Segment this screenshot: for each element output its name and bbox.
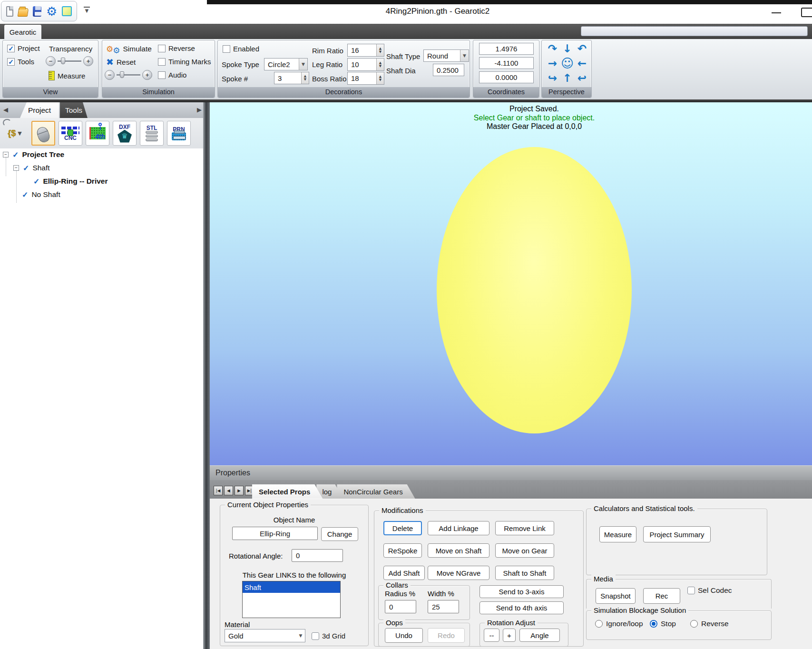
shaft-dia-field[interactable]: 0.2500: [433, 64, 464, 76]
rec-button[interactable]: Rec: [643, 588, 680, 604]
slider-thumb[interactable]: [120, 71, 124, 78]
tab-selected-props[interactable]: Selected Props: [252, 484, 323, 499]
measure-tool-button[interactable]: Measure: [599, 526, 636, 542]
spin-down-icon[interactable]: ▼: [379, 65, 382, 68]
tree-collapse-icon[interactable]: −: [3, 152, 9, 157]
qat-customize-caret-icon[interactable]: ▼: [84, 7, 90, 14]
prn-print-button[interactable]: PRN: [167, 121, 191, 146]
sel-codec-checkbox[interactable]: Sel Codec: [687, 586, 732, 595]
slider-minus-icon[interactable]: −: [46, 56, 56, 66]
radius-percent-field[interactable]: 0: [385, 600, 416, 613]
minimize-button[interactable]: [772, 12, 781, 13]
remove-link-button[interactable]: Remove Link: [495, 521, 554, 535]
measure-button[interactable]: Measure: [49, 71, 85, 80]
stl-export-button[interactable]: STL: [140, 121, 164, 146]
undo-button[interactable]: Undo: [385, 628, 423, 643]
rotation-minus-button[interactable]: --: [484, 629, 499, 642]
redo-button[interactable]: Redo: [428, 628, 465, 643]
project-summary-button[interactable]: Project Summary: [643, 526, 711, 542]
width-percent-field[interactable]: 25: [428, 600, 459, 613]
material-combo[interactable]: Gold ▼: [225, 629, 305, 642]
tab-gearotic[interactable]: Gearotic: [4, 25, 41, 39]
spin-down-icon[interactable]: ▼: [304, 78, 306, 81]
project-checkbox[interactable]: ✓ Project: [7, 44, 40, 52]
spoke-count-spinner[interactable]: 3 ▲▼: [274, 72, 309, 84]
radio-stop[interactable]: Stop: [650, 620, 676, 628]
ribbon-quick-bar[interactable]: [581, 26, 808, 36]
pan-left-icon[interactable]: ←: [575, 56, 589, 70]
rotation-angle-button[interactable]: Angle: [519, 629, 560, 642]
nav-prev-icon[interactable]: ◀: [224, 486, 233, 495]
tree-item-project-tree[interactable]: − ✓ Project Tree: [3, 149, 64, 160]
add-shaft-button[interactable]: Add Shaft: [383, 566, 425, 580]
move-on-shaft-button[interactable]: Move on Shaft: [428, 543, 489, 558]
nav-first-icon[interactable]: |◀: [214, 486, 223, 495]
move-on-gear-button[interactable]: Move on Gear: [495, 543, 554, 558]
send-to-4th-axis-button[interactable]: Send to 4th axis: [479, 601, 564, 614]
rim-ratio-spinner[interactable]: 16 ▲▼: [347, 44, 384, 57]
panel-scroll-right-icon[interactable]: ▶: [197, 106, 202, 113]
viewport-3d[interactable]: Project Saved. Select Gear or shaft to p…: [210, 102, 812, 465]
rotational-angle-field[interactable]: 0: [292, 549, 343, 562]
tab-noncircular-gears[interactable]: NonCircular Gears: [337, 484, 415, 499]
simulate-button[interactable]: ⚙⚙ Simulate: [106, 43, 152, 55]
delete-button[interactable]: Delete: [383, 521, 422, 535]
audio-checkbox[interactable]: Audio: [158, 71, 186, 79]
spin-down-icon[interactable]: ▼: [379, 79, 382, 82]
radio-reverse[interactable]: Reverse: [690, 620, 729, 628]
sidebar-tab-project[interactable]: Project: [20, 102, 59, 118]
spoke-type-combo[interactable]: Circle2 ▼: [264, 58, 308, 70]
dxf-export-button[interactable]: DXF ♛: [113, 121, 137, 146]
shaft-to-shaft-button[interactable]: Shaft to Shaft: [495, 566, 554, 580]
rotate-down-right-icon[interactable]: ↷: [545, 41, 560, 56]
leg-ratio-spinner[interactable]: 10 ▲▼: [347, 58, 384, 71]
save-icon[interactable]: [33, 6, 41, 17]
slider-plus-icon[interactable]: +: [142, 70, 152, 80]
pan-up-icon[interactable]: ↑: [560, 70, 575, 85]
dropdown-arrow-icon[interactable]: ▼: [18, 130, 21, 137]
shaft-type-combo[interactable]: Round ▼: [423, 49, 469, 62]
list-item-shaft[interactable]: Shaft: [243, 581, 340, 593]
simulation-speed-slider[interactable]: − +: [105, 70, 152, 80]
boss-ratio-spinner[interactable]: 18 ▲▼: [347, 72, 384, 85]
reset-view-smiley-icon[interactable]: ☺: [560, 56, 575, 70]
slider-minus-icon[interactable]: −: [105, 70, 115, 80]
open-file-icon[interactable]: [18, 8, 29, 17]
script-tool-button[interactable]: {$ ▼: [4, 124, 26, 143]
coordinate-z-field[interactable]: 0.0000: [479, 71, 534, 83]
cnc-output-button[interactable]: CNC: [59, 121, 82, 146]
coordinate-y-field[interactable]: -4.1100: [479, 57, 534, 69]
grid3d-checkbox[interactable]: 3d Grid: [312, 632, 345, 640]
settings-gear-icon[interactable]: ⚙: [46, 6, 57, 17]
rotate-up-right-icon[interactable]: ↪: [545, 70, 560, 85]
respoke-button[interactable]: ReSpoke: [383, 543, 422, 558]
select-mouse-button[interactable]: [31, 121, 55, 146]
tree-item-no-shaft[interactable]: ✓ No Shaft: [22, 189, 60, 200]
coordinate-x-field[interactable]: 1.4976: [479, 43, 534, 55]
enabled-checkbox[interactable]: Enabled: [223, 45, 259, 53]
tree-item-shaft[interactable]: − ✓ Shaft: [13, 163, 50, 173]
slider-thumb[interactable]: [61, 58, 65, 64]
nav-next-icon[interactable]: ▶: [235, 486, 244, 495]
new-file-icon[interactable]: [6, 6, 13, 17]
master-gear-ellipse[interactable]: [437, 147, 632, 433]
radio-ignore-loop[interactable]: Ignore/loop: [595, 620, 643, 628]
links-listbox[interactable]: Shaft: [242, 581, 341, 618]
pan-right-icon[interactable]: →: [545, 56, 560, 70]
tools-checkbox[interactable]: ✓ Tools: [7, 58, 34, 66]
move-ngrave-button[interactable]: Move NGrave: [428, 566, 489, 580]
rotate-up-left-icon[interactable]: ↩: [575, 70, 589, 85]
transparency-slider[interactable]: − +: [46, 56, 93, 66]
object-name-field[interactable]: Ellip-Ring: [232, 527, 318, 540]
add-linkage-button[interactable]: Add Linkage: [428, 521, 489, 535]
maximize-button[interactable]: [801, 8, 812, 17]
panel-splitter[interactable]: [203, 102, 210, 649]
rotation-plus-button[interactable]: +: [503, 629, 516, 642]
fourth-axis-button[interactable]: 4th: [86, 121, 109, 146]
send-to-3axis-button[interactable]: Send to 3-axis: [479, 585, 564, 598]
slider-plus-icon[interactable]: +: [83, 56, 93, 66]
pan-down-icon[interactable]: ↓: [560, 41, 575, 56]
reverse-checkbox[interactable]: Reverse: [158, 44, 195, 52]
tree-item-ellip-ring[interactable]: ✓ Ellip-Ring -- Driver: [33, 176, 108, 187]
snapshot-button[interactable]: Snapshot: [596, 588, 636, 604]
